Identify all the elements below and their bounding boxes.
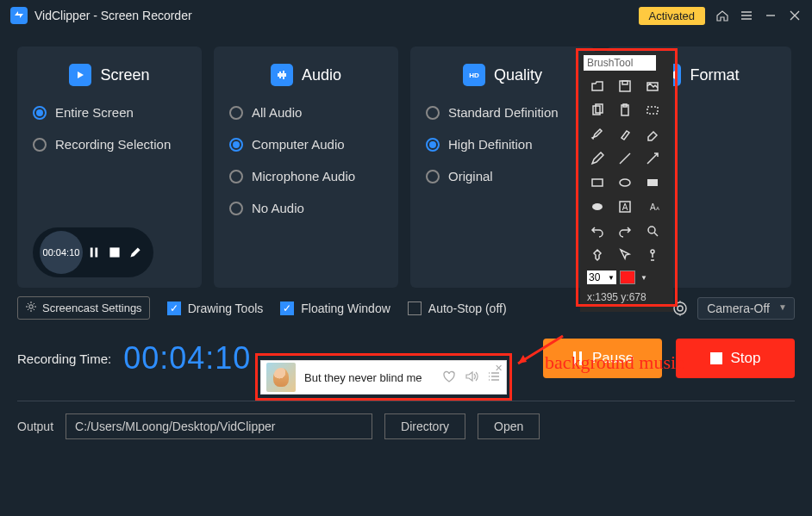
card-screen: Screen Entire Screen Recording Selection… [17, 47, 202, 288]
pencil-icon[interactable] [129, 246, 141, 258]
text-tool-icon[interactable]: A [615, 196, 635, 217]
svg-rect-15 [647, 107, 658, 114]
eraser-icon[interactable] [642, 124, 663, 145]
volume-icon[interactable] [465, 370, 478, 386]
stop-button[interactable]: Stop [676, 339, 795, 378]
radio-high-definition[interactable]: High Definition [426, 137, 579, 152]
ellipse-tool-icon[interactable] [615, 172, 635, 193]
radio-standard-definition[interactable]: Standard Definition [426, 105, 579, 120]
brush-icon[interactable] [587, 124, 608, 145]
brushtool-title: BrushTool [584, 55, 656, 71]
filled-ellipse-icon[interactable] [587, 196, 608, 217]
svg-rect-0 [109, 247, 119, 257]
output-label: Output [17, 420, 53, 433]
camera-icon[interactable] [671, 300, 689, 317]
radio-all-audio[interactable]: All Audio [229, 105, 383, 120]
undo-icon[interactable] [587, 221, 608, 241]
svg-rect-18 [647, 179, 658, 186]
text-size-icon[interactable]: AA [642, 196, 663, 217]
zoom-icon[interactable] [642, 221, 663, 241]
open-icon[interactable] [587, 76, 608, 96]
radio-label: Computer Audio [252, 137, 345, 152]
radio-label: Original [448, 169, 493, 183]
stop-icon[interactable] [109, 246, 121, 258]
output-path-field[interactable]: C:/Users/MLoong/Desktop/VidClipper [66, 413, 372, 439]
svg-point-4 [29, 305, 33, 308]
menu-icon[interactable] [740, 9, 753, 22]
recording-time-label: Recording Time: [17, 351, 111, 366]
svg-text:HD: HD [469, 71, 479, 79]
card-audio: Audio All Audio Computer Audio Microphon… [214, 47, 398, 288]
camera-select[interactable]: Camera-Off [697, 297, 795, 320]
pencil-tool-icon[interactable] [587, 148, 608, 169]
stop-label: Stop [731, 350, 761, 367]
rect-tool-icon[interactable] [587, 172, 608, 193]
check-auto-stop[interactable]: Auto-Stop (off) [408, 302, 507, 315]
paste-icon[interactable] [615, 100, 635, 121]
music-close-icon[interactable]: ✕ [495, 363, 503, 374]
app-title: VidClipper - Screen Recorder [34, 9, 192, 22]
card-quality: HD Quality Standard Definition High Defi… [410, 47, 595, 288]
marquee-icon[interactable] [642, 100, 663, 121]
music-player: But they never blind me ✕ [260, 360, 507, 395]
radio-recording-selection[interactable]: Recording Selection [33, 137, 186, 152]
brush-size-select[interactable]: 30 [587, 270, 616, 284]
radio-microphone-audio[interactable]: Microphone Audio [229, 169, 383, 183]
pause-icon[interactable] [88, 246, 100, 258]
radio-indicator [229, 202, 243, 215]
close-icon[interactable] [788, 9, 802, 22]
home-icon[interactable] [715, 9, 729, 22]
radio-indicator [426, 106, 440, 120]
directory-button[interactable]: Directory [384, 413, 465, 439]
svg-text:A: A [650, 202, 656, 212]
filled-rect-icon[interactable] [642, 172, 663, 193]
radio-label: All Audio [252, 105, 302, 120]
stop-icon [710, 352, 722, 364]
redo-icon[interactable] [615, 221, 635, 241]
brush-color-swatch[interactable] [620, 270, 635, 284]
screenshot-icon[interactable] [642, 76, 663, 96]
minimize-icon[interactable] [764, 9, 778, 22]
open-button[interactable]: Open [478, 413, 540, 439]
radio-entire-screen[interactable]: Entire Screen [33, 105, 186, 120]
radio-indicator [229, 170, 243, 183]
album-art [266, 363, 296, 392]
check-label: Floating Window [301, 302, 390, 315]
mini-timer: 00:04:10 [40, 231, 83, 274]
help-icon[interactable] [642, 245, 663, 265]
audio-icon [271, 64, 293, 86]
radio-original[interactable]: Original [426, 169, 579, 183]
radio-label: No Audio [252, 201, 304, 215]
svg-point-25 [651, 250, 654, 253]
svg-rect-16 [592, 179, 603, 186]
titlebar: VidClipper - Screen Recorder Activated [0, 0, 812, 31]
checkbox-indicator [408, 302, 422, 315]
radio-indicator [229, 138, 243, 152]
heart-icon[interactable] [442, 370, 456, 386]
svg-point-6 [678, 306, 683, 311]
cursor-icon[interactable] [615, 245, 635, 265]
check-drawing-tools[interactable]: Drawing Tools [167, 302, 264, 315]
checkbox-indicator [167, 302, 181, 315]
screencast-settings-button[interactable]: Screencast Settings [17, 296, 150, 320]
radio-label: Recording Selection [55, 137, 171, 152]
card-format-title: Format [690, 66, 739, 84]
highlighter-icon[interactable] [615, 124, 635, 145]
options-bar: Screencast Settings Drawing Tools Floati… [0, 295, 812, 321]
radio-no-audio[interactable]: No Audio [229, 201, 383, 215]
brushtool-panel: BrushTool A AA 30 ▼ x:1395 y:678 [580, 52, 673, 312]
radio-computer-audio[interactable]: Computer Audio [229, 137, 383, 152]
radio-indicator [426, 138, 440, 152]
svg-point-5 [674, 302, 686, 314]
brush-color-dropdown[interactable]: ▼ [639, 274, 649, 282]
check-floating-window[interactable]: Floating Window [280, 302, 390, 315]
radio-label: Entire Screen [55, 105, 134, 120]
line-icon[interactable] [615, 148, 635, 169]
arrow-tool-icon[interactable] [642, 148, 663, 169]
save-icon[interactable] [615, 76, 635, 96]
copy-icon[interactable] [587, 100, 608, 121]
pin-icon[interactable] [587, 245, 608, 265]
svg-text:A: A [656, 206, 659, 211]
annotation-text: background music [545, 351, 684, 374]
checkbox-indicator [280, 302, 294, 315]
